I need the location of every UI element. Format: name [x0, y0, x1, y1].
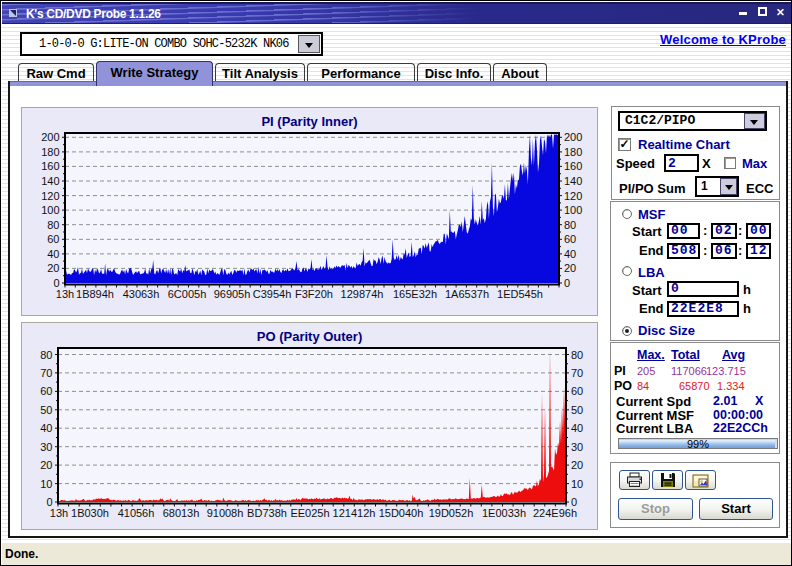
svg-text:68013h: 68013h — [163, 507, 200, 519]
svg-text:60: 60 — [40, 385, 52, 397]
svg-text:50: 50 — [571, 404, 583, 416]
svg-text:10: 10 — [571, 478, 583, 490]
svg-text:120: 120 — [41, 190, 59, 202]
svg-text:19D052h: 19D052h — [429, 507, 474, 519]
svg-text:1A6537h: 1A6537h — [445, 288, 489, 300]
svg-text:30: 30 — [40, 441, 52, 453]
svg-text:60: 60 — [571, 385, 583, 397]
svg-text:50: 50 — [40, 404, 52, 416]
svg-text:43063h: 43063h — [123, 288, 160, 300]
svg-text:PI (Parity Inner): PI (Parity Inner) — [261, 114, 357, 129]
svg-text:200: 200 — [564, 131, 582, 143]
svg-text:6C005h: 6C005h — [168, 288, 207, 300]
svg-text:20: 20 — [47, 262, 59, 274]
svg-text:10: 10 — [40, 478, 52, 490]
svg-text:40: 40 — [47, 248, 59, 260]
svg-text:80: 80 — [40, 349, 52, 361]
svg-text:1ED545h: 1ED545h — [497, 288, 543, 300]
svg-text:20: 20 — [571, 459, 583, 471]
svg-text:165E32h: 165E32h — [393, 288, 437, 300]
svg-text:40: 40 — [40, 422, 52, 434]
svg-text:70: 70 — [571, 367, 583, 379]
svg-text:160: 160 — [41, 160, 59, 172]
svg-text:60: 60 — [47, 233, 59, 245]
svg-text:70: 70 — [40, 367, 52, 379]
svg-text:40: 40 — [571, 422, 583, 434]
svg-text:100: 100 — [41, 204, 59, 216]
svg-text:200: 200 — [41, 131, 59, 143]
svg-text:20: 20 — [40, 459, 52, 471]
svg-text:91008h: 91008h — [207, 507, 244, 519]
svg-text:15D040h: 15D040h — [379, 507, 424, 519]
svg-text:0: 0 — [564, 277, 570, 289]
svg-text:41056h: 41056h — [118, 507, 155, 519]
svg-text:PO (Parity Outer): PO (Parity Outer) — [257, 329, 362, 344]
svg-text:180: 180 — [564, 146, 582, 158]
svg-text:1E0033h: 1E0033h — [482, 507, 526, 519]
svg-text:180: 180 — [41, 146, 59, 158]
svg-text:40: 40 — [564, 248, 576, 260]
svg-text:121412h: 121412h — [333, 507, 376, 519]
svg-text:129874h: 129874h — [341, 288, 384, 300]
svg-text:140: 140 — [564, 175, 582, 187]
svg-text:96905h: 96905h — [214, 288, 251, 300]
svg-text:13h: 13h — [56, 288, 74, 300]
svg-text:160: 160 — [564, 160, 582, 172]
svg-text:100: 100 — [564, 204, 582, 216]
svg-text:20: 20 — [564, 262, 576, 274]
svg-text:F3F20h: F3F20h — [295, 288, 333, 300]
svg-text:224E96h: 224E96h — [533, 507, 577, 519]
svg-text:C3954h: C3954h — [253, 288, 292, 300]
svg-text:EE025h: EE025h — [290, 507, 329, 519]
svg-text:120: 120 — [564, 190, 582, 202]
svg-text:13h: 13h — [50, 507, 68, 519]
svg-text:80: 80 — [564, 219, 576, 231]
svg-text:80: 80 — [47, 219, 59, 231]
svg-text:BD738h: BD738h — [247, 507, 287, 519]
svg-text:60: 60 — [564, 233, 576, 245]
svg-text:80: 80 — [571, 349, 583, 361]
svg-text:1B894h: 1B894h — [76, 288, 114, 300]
svg-text:140: 140 — [41, 175, 59, 187]
svg-text:1B030h: 1B030h — [71, 507, 109, 519]
svg-text:30: 30 — [571, 441, 583, 453]
